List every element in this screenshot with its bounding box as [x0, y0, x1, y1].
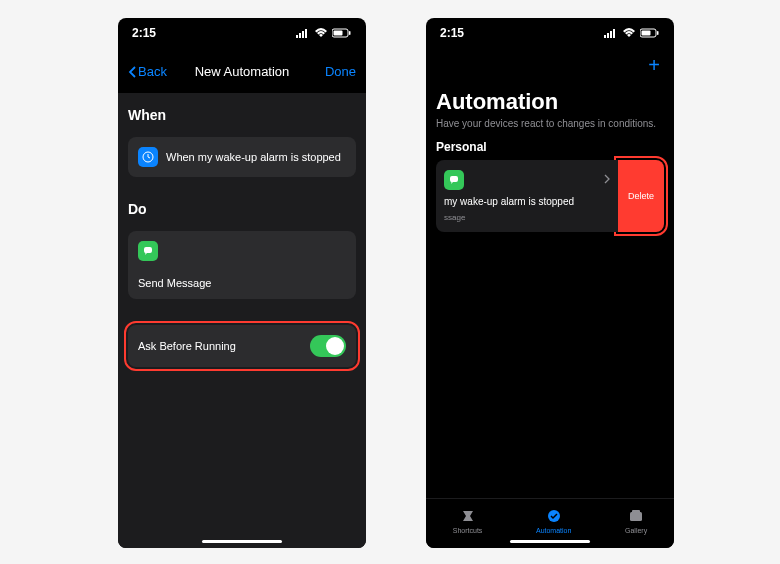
svg-rect-8	[604, 35, 606, 38]
svg-rect-17	[632, 510, 640, 513]
automation-icon	[545, 507, 563, 525]
ask-before-running-row[interactable]: Ask Before Running	[128, 325, 356, 367]
svg-rect-1	[299, 33, 301, 38]
do-action-text: Send Message	[138, 277, 211, 289]
wifi-icon	[314, 28, 328, 38]
signal-icon	[296, 28, 310, 38]
nav-bar: Back New Automation Done	[118, 44, 366, 93]
battery-icon	[640, 28, 660, 38]
when-trigger-text: When my wake-up alarm is stopped	[166, 151, 341, 163]
content-area: + Automation Have your devices react to …	[426, 44, 674, 498]
page-subtitle: Have your devices react to changes in co…	[436, 117, 664, 130]
svg-rect-3	[305, 29, 307, 38]
status-time: 2:15	[440, 26, 464, 40]
personal-header: Personal	[436, 140, 664, 154]
do-header: Do	[128, 201, 356, 217]
delete-label: Delete	[628, 191, 654, 201]
phone-left-new-automation: 2:15 Back New Automation Done When When …	[118, 18, 366, 548]
svg-rect-11	[613, 29, 615, 38]
chevron-left-icon	[128, 66, 136, 78]
tab-gallery[interactable]: Gallery	[625, 507, 647, 534]
status-icons	[296, 28, 352, 38]
tab-gallery-label: Gallery	[625, 527, 647, 534]
shortcuts-icon	[459, 507, 477, 525]
svg-rect-0	[296, 35, 298, 38]
add-button[interactable]: +	[648, 54, 660, 77]
automation-subtitle: ssage	[444, 213, 610, 222]
tab-shortcuts-label: Shortcuts	[453, 527, 483, 534]
svg-rect-10	[610, 31, 612, 38]
done-button[interactable]: Done	[325, 64, 356, 79]
home-indicator	[510, 540, 590, 543]
chevron-right-icon	[604, 173, 610, 187]
svg-rect-9	[607, 33, 609, 38]
status-icons	[604, 28, 660, 38]
header-actions: +	[436, 44, 664, 83]
home-indicator	[202, 540, 282, 543]
status-bar: 2:15	[118, 18, 366, 44]
automation-row: my wake-up alarm is stopped ssage Delete	[436, 160, 664, 232]
content-area: When When my wake-up alarm is stopped Do…	[118, 93, 366, 548]
automation-title: my wake-up alarm is stopped	[444, 196, 610, 207]
status-bar: 2:15	[426, 18, 674, 44]
svg-rect-13	[642, 31, 651, 36]
automation-card[interactable]: my wake-up alarm is stopped ssage	[436, 160, 618, 232]
back-label: Back	[138, 64, 167, 79]
messages-icon	[444, 170, 464, 190]
svg-rect-16	[630, 512, 642, 521]
tab-automation-label: Automation	[536, 527, 571, 534]
svg-rect-5	[334, 31, 343, 36]
svg-rect-2	[302, 31, 304, 38]
ask-before-running-toggle[interactable]	[310, 335, 346, 357]
battery-icon	[332, 28, 352, 38]
delete-button[interactable]: Delete	[618, 160, 664, 232]
wifi-icon	[622, 28, 636, 38]
back-button[interactable]: Back	[128, 64, 167, 79]
svg-rect-14	[657, 31, 659, 35]
messages-icon	[138, 241, 158, 261]
gallery-icon	[627, 507, 645, 525]
svg-rect-6	[349, 31, 351, 35]
tab-automation[interactable]: Automation	[536, 507, 571, 534]
clock-icon	[138, 147, 158, 167]
do-action-card[interactable]: Send Message	[128, 231, 356, 299]
signal-icon	[604, 28, 618, 38]
page-title: Automation	[436, 89, 664, 115]
when-header: When	[128, 107, 356, 123]
tab-shortcuts[interactable]: Shortcuts	[453, 507, 483, 534]
when-trigger-card[interactable]: When my wake-up alarm is stopped	[128, 137, 356, 177]
nav-title: New Automation	[195, 64, 290, 79]
status-time: 2:15	[132, 26, 156, 40]
ask-before-running-label: Ask Before Running	[138, 340, 236, 352]
phone-right-automation-list: 2:15 + Automation Have your devices reac…	[426, 18, 674, 548]
